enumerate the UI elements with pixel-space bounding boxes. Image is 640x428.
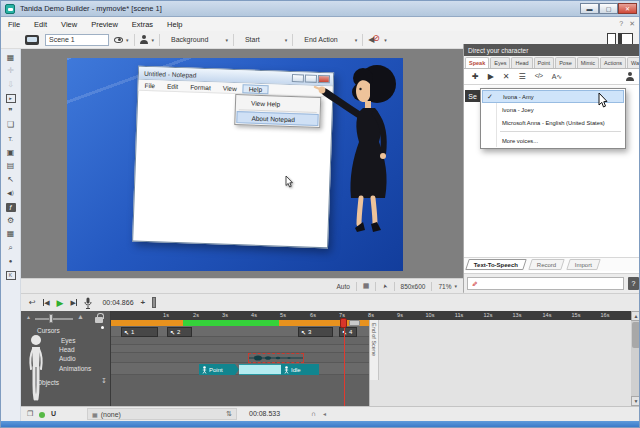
speech-input-field[interactable]: ✎	[467, 277, 624, 290]
list-icon[interactable]: ☰	[519, 73, 526, 81]
go-start-button[interactable]: ◀	[43, 298, 50, 307]
u-icon[interactable]: U	[51, 410, 56, 417]
record-pointer-tool-icon[interactable]: ✛	[5, 67, 17, 76]
record-mic-icon[interactable]	[84, 297, 92, 309]
cursor-clip-2[interactable]: ↖2	[167, 327, 192, 337]
cursor-tool-icon[interactable]: ↖	[5, 175, 17, 184]
scenes-tool-icon[interactable]: ▦	[5, 53, 17, 62]
table-tool-icon[interactable]: ▦	[5, 230, 17, 239]
add-speech-icon[interactable]: ✚	[472, 73, 479, 81]
timeline-ruler[interactable]: 1s 2s 3s 4s 5s 6s 7s 8s 9s 10s 11s 12s 1…	[111, 311, 640, 320]
effects-tool-icon[interactable]: f	[6, 203, 16, 212]
scrollbar-thumb[interactable]	[632, 322, 640, 348]
pin-icon[interactable]: ✕	[629, 20, 635, 28]
track-label-animations[interactable]: Animations	[59, 365, 91, 372]
cursor-clip-1[interactable]: ↖1	[121, 327, 158, 337]
play-button[interactable]: ▶	[57, 298, 64, 308]
animation-clip-idle[interactable]: Idle	[281, 364, 319, 375]
tab-point[interactable]: Point	[534, 57, 555, 68]
eye-icon[interactable]	[114, 37, 123, 43]
delete-speech-icon[interactable]: ✕	[503, 73, 510, 81]
playhead-line[interactable]	[344, 318, 345, 406]
character-figure[interactable]	[311, 58, 423, 238]
tab-head[interactable]: Head	[511, 57, 532, 68]
text-tool-icon[interactable]: T.	[5, 135, 17, 144]
notepad-window[interactable]: Untitled - Notepad File Edit Format View…	[132, 66, 334, 249]
scene-dropdown-arrow[interactable]: ▾	[126, 37, 129, 43]
zoom-level[interactable]: 71%	[438, 283, 451, 290]
start-dropdown-arrow[interactable]: ▾	[285, 37, 288, 43]
track-label-head[interactable]: Head	[59, 346, 75, 353]
track-label-audio[interactable]: Audio	[59, 355, 76, 362]
grid-icon[interactable]: ▦	[363, 282, 370, 290]
capture-tool-icon[interactable]: ▣	[5, 148, 17, 157]
keystrokes-tool-icon[interactable]: K	[6, 271, 16, 280]
go-end-button[interactable]: ▶	[71, 298, 78, 307]
tab-pose[interactable]: Pose	[555, 57, 576, 68]
zoom-out-icon[interactable]: ▲	[26, 315, 31, 320]
timeline-zoom-slider[interactable]	[35, 318, 73, 320]
document-tool-icon[interactable]: ❏	[5, 121, 17, 130]
maximize-button[interactable]: ▢	[599, 3, 618, 14]
character-bust-icon[interactable]	[625, 72, 634, 81]
object-selector[interactable]: ▦ (none)	[87, 408, 237, 420]
audio-track-row[interactable]	[111, 353, 369, 363]
help-icon[interactable]: ?	[619, 20, 623, 28]
tab-record[interactable]: Record	[528, 259, 565, 270]
menu-view[interactable]: View	[54, 17, 84, 31]
zoom-tool-icon[interactable]: ⌕	[5, 243, 17, 252]
monitor-icon[interactable]	[25, 35, 39, 45]
scroll-up-button[interactable]: ▲	[631, 311, 640, 321]
zoom-dropdown-arrow[interactable]: ▾	[454, 283, 457, 289]
track-label-eyes[interactable]: Eyes	[61, 337, 75, 344]
add-time-button[interactable]: +	[141, 298, 146, 307]
hscroll-left-arrow[interactable]: ◂	[323, 410, 326, 417]
tab-import[interactable]: Import	[567, 259, 602, 270]
head-track-row[interactable]	[111, 345, 369, 353]
headphones-icon[interactable]: ∩	[311, 410, 316, 417]
character-icon[interactable]	[140, 35, 149, 44]
mute-icon[interactable]: ◀⊘	[368, 35, 381, 45]
duplicate-icon[interactable]: ❐	[27, 410, 33, 418]
cursor-clip-3[interactable]: ↖3	[298, 327, 333, 337]
slide-desktop-background[interactable]: Untitled - Notepad File Edit Format View…	[67, 58, 403, 271]
tab-actions[interactable]: Actions	[600, 57, 626, 68]
timeline-zoom-slider-handle[interactable]	[49, 314, 53, 323]
stepper-icon[interactable]: ⇅	[226, 410, 232, 418]
timeline-zoom-handle[interactable]	[152, 297, 156, 308]
tab-text-to-speech[interactable]: Text-To-Speech	[465, 259, 527, 270]
import-object-icon[interactable]: ↧	[101, 377, 107, 385]
tab-mimic[interactable]: Mimic	[577, 57, 599, 68]
animation-clip-point[interactable]: Point	[199, 364, 239, 375]
character-dropdown-arrow[interactable]: ▾	[152, 37, 155, 43]
voice-item-more[interactable]: More voices...	[482, 134, 624, 147]
minimize-button[interactable]: ▬	[580, 3, 599, 14]
end-action-dropdown-arrow[interactable]: ▾	[355, 37, 358, 43]
status-green-dot[interactable]	[39, 412, 45, 418]
playhead-marker[interactable]	[340, 318, 347, 328]
lock-icon[interactable]	[95, 317, 103, 323]
timeline-vertical-scrollbar[interactable]: ▲ ▼	[631, 311, 640, 406]
cursor-clip-4[interactable]: ↖4	[339, 327, 357, 337]
stage-canvas[interactable]: Untitled - Notepad File Edit Format View…	[21, 49, 463, 278]
settings-tool-icon[interactable]: ⚙	[5, 216, 17, 225]
tab-walk[interactable]: Walk	[627, 57, 640, 68]
start-button[interactable]: Start	[239, 36, 282, 43]
background-button[interactable]: Background	[165, 36, 222, 43]
animation-transition-strip[interactable]	[239, 364, 281, 375]
mute-dropdown-arrow[interactable]: ▾	[384, 37, 387, 43]
end-action-button[interactable]: End Action	[298, 36, 351, 43]
import-tool-icon[interactable]: ⇩	[5, 80, 17, 89]
voice-settings-icon[interactable]: A∿	[552, 73, 563, 80]
help-button[interactable]: ?	[628, 277, 639, 290]
play-speech-icon[interactable]: ▶	[488, 73, 494, 81]
speech-text-clipped[interactable]: Se	[465, 90, 480, 102]
zoom-in-icon[interactable]: ▲	[77, 313, 84, 320]
audio-clip-selected[interactable]	[248, 353, 304, 363]
tab-speak[interactable]: Speak	[465, 57, 489, 68]
scroll-down-button[interactable]: ▼	[631, 396, 640, 406]
menu-help[interactable]: Help	[160, 17, 189, 31]
auto-zoom-label[interactable]: Auto	[336, 283, 349, 290]
tab-eyes[interactable]: Eyes	[490, 57, 510, 68]
menu-file[interactable]: File	[1, 17, 27, 31]
